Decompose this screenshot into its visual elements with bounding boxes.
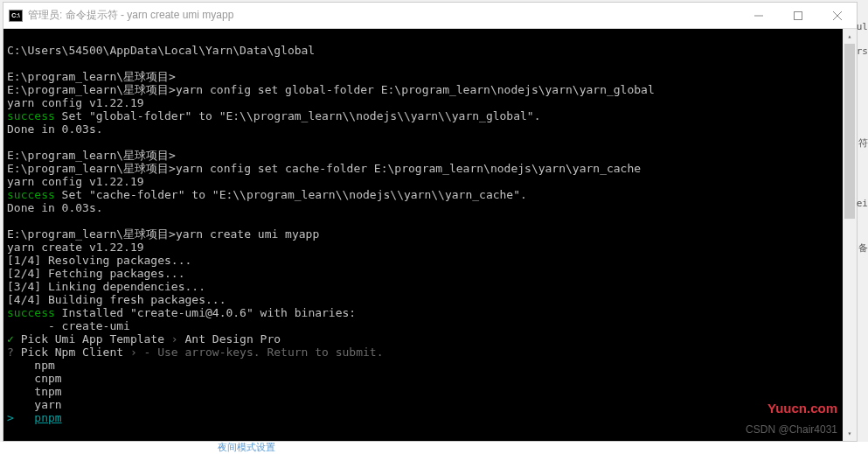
prompt: E:\program_learn\星球项目> <box>7 162 176 175</box>
window-controls <box>739 3 857 28</box>
prompt: E:\program_learn\星球项目> <box>7 149 176 162</box>
window-title: 管理员: 命令提示符 - yarn create umi myapp <box>28 8 739 23</box>
cmd-window: C:\ 管理员: 命令提示符 - yarn create umi myapp C… <box>3 2 858 442</box>
npm-option[interactable]: tnpm <box>34 385 61 398</box>
npm-option[interactable]: cnpm <box>34 372 61 385</box>
output-line: - create-umi <box>7 319 130 332</box>
npm-option[interactable]: npm <box>34 359 54 372</box>
output-line: Done in 0.03s. <box>7 122 103 136</box>
background-edge: ul rs 符 ei 备 <box>858 0 868 454</box>
check-icon: ✓ <box>7 332 14 346</box>
svg-rect-1 <box>794 11 802 19</box>
prompt: E:\program_learn\星球项目> <box>7 227 176 241</box>
terminal-output[interactable]: C:\Users\54500\AppData\Local\Yarn\Data\g… <box>3 29 857 441</box>
question-mark-icon: ? <box>7 346 14 359</box>
question-label: Pick Umi App Template <box>14 332 164 346</box>
question-label: Pick Npm Client <box>14 346 123 359</box>
success-label: success <box>7 109 55 122</box>
close-button[interactable] <box>817 3 857 28</box>
step-line: [4/4] Building fresh packages... <box>7 293 226 306</box>
cmd-icon: C:\ <box>9 10 23 22</box>
command-text: yarn create umi myapp <box>176 227 319 241</box>
step-line: [2/4] Fetching packages... <box>7 267 185 280</box>
prompt: E:\program_learn\星球项目> <box>7 83 176 96</box>
footer-link[interactable]: 夜间模式设置 <box>218 441 275 454</box>
minimize-button[interactable] <box>739 3 778 28</box>
separator: › <box>123 346 143 359</box>
command-text: yarn config set global-folder E:\program… <box>176 83 655 96</box>
output-line: Set "cache-folder" to "E:\\program_learn… <box>55 188 527 201</box>
output-line: Set "global-folder" to "E:\\program_lear… <box>55 109 541 122</box>
hint-text: - Use arrow-keys. Return to submit. <box>144 346 384 359</box>
output-line: yarn config v1.22.19 <box>7 175 144 188</box>
watermark-yuucn: Yuucn.com <box>767 402 837 415</box>
output-line: Done in 0.03s. <box>7 201 103 214</box>
npm-option[interactable]: yarn <box>34 398 61 411</box>
scrollbar[interactable]: ▴ ▾ <box>843 29 857 441</box>
output-line: yarn config v1.22.19 <box>7 96 144 109</box>
success-label: success <box>7 306 55 319</box>
scroll-down-icon[interactable]: ▾ <box>843 426 857 441</box>
watermark-csdn: CSDN @Chair4031 <box>746 423 837 437</box>
output-line: Installed "create-umi@4.0.6" with binari… <box>55 306 356 319</box>
step-line: [3/4] Linking dependencies... <box>7 280 205 293</box>
output-line: yarn create v1.22.19 <box>7 241 144 254</box>
path-line: C:\Users\54500\AppData\Local\Yarn\Data\g… <box>7 44 315 57</box>
success-label: success <box>7 188 55 201</box>
prompt: E:\program_learn\星球项目> <box>7 70 176 83</box>
step-line: [1/4] Resolving packages... <box>7 254 191 267</box>
footer-strip: 夜间模式设置 <box>0 442 868 454</box>
titlebar[interactable]: C:\ 管理员: 命令提示符 - yarn create umi myapp <box>3 3 857 29</box>
scrollbar-thumb[interactable] <box>844 44 855 219</box>
command-text: yarn config set cache-folder E:\program_… <box>176 162 641 175</box>
separator: › <box>164 332 184 346</box>
pointer-icon: > <box>7 411 14 424</box>
answer-text: Ant Design Pro <box>185 332 281 346</box>
npm-option-selected[interactable]: pnpm <box>34 411 61 424</box>
maximize-button[interactable] <box>778 3 817 28</box>
scroll-up-icon[interactable]: ▴ <box>843 29 857 44</box>
